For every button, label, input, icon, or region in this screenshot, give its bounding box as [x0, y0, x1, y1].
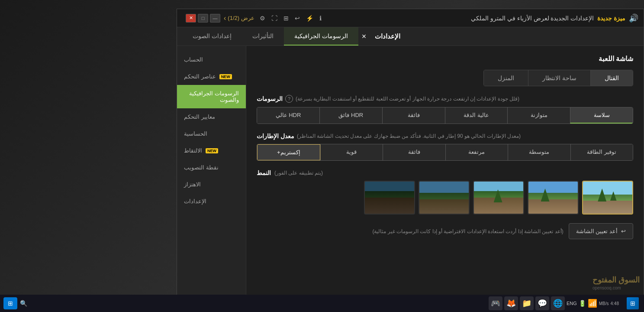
sub-tab-lobby[interactable]: ساحة الانتظار	[528, 70, 590, 86]
framerate-option-high[interactable]: مرتفعة	[445, 144, 508, 160]
view-badge: عرض (1/2) ›	[224, 14, 254, 22]
framerate-option-strong[interactable]: قوية	[320, 144, 383, 160]
windows-start-button[interactable]: ⊞	[3, 297, 17, 309]
reset-row: ↩ أعد تعيين الشاشة (أعد تعيين الشاشة إذا…	[257, 223, 633, 239]
app-icon-3: 📁	[522, 299, 531, 308]
sidebar-item-graphics-audio[interactable]: الرسومات الجرافيكية والصوت	[177, 85, 246, 108]
reset-description: (أعد تعيين الشاشة إذا أردت استعادة الإعد…	[372, 228, 563, 234]
screen-section-title: شاشة اللعبة	[257, 55, 633, 63]
sidebar-item-sensitivity[interactable]: الحساسية	[177, 125, 246, 142]
sidebar-item-account[interactable]: الحساب	[177, 51, 246, 68]
settings-panel: شاشة اللعبة القتال ساحة الانتظار المنزل …	[246, 46, 644, 299]
title-bar-icons: ℹ ⚡ ↩ ⊞ ⛶ ⚙	[258, 14, 323, 23]
taskbar: ⊞ 4:48 MB/s 📶 🔋 ENG 🌐 💬 📁 �	[0, 295, 644, 312]
sub-tab-home[interactable]: المنزل	[484, 70, 528, 86]
preset-scene-3	[474, 182, 523, 214]
graphics-option-hdr-ultra[interactable]: HDR فائق	[319, 107, 382, 124]
taskbar-app-3[interactable]: 📁	[520, 296, 534, 310]
title-bar-right: ℹ ⚡ ↩ ⊞ ⛶ ⚙ عرض (1/2) › — □ ✕	[182, 14, 323, 23]
battery-info: MB/s	[599, 301, 609, 306]
system-tray-left: 4:48 MB/s 📶 🔋 ENG	[567, 299, 619, 308]
title-highlight: ميزة جديدة	[597, 15, 625, 22]
framerate-option-medium[interactable]: متوسطة	[508, 144, 570, 160]
maximize-button[interactable]: □	[198, 14, 208, 23]
framerate-label-row: (معدل الإطارات الحالي هو 90 إطار في الثا…	[257, 133, 633, 140]
sidebar-item-settings[interactable]: الإعدادات	[177, 193, 246, 210]
preset-thumb-4[interactable]	[419, 181, 470, 214]
info-icon[interactable]: ℹ	[318, 14, 323, 23]
app-icon-2: 💬	[538, 299, 547, 308]
preset-scene-4	[419, 182, 469, 214]
preset-thumb-5[interactable]	[364, 181, 415, 214]
taskbar-app-2[interactable]: 💬	[535, 296, 549, 310]
style-section: (يتم تطبيقه على الفور) النمط	[257, 169, 633, 214]
framerate-btn-group: توفير الطاقة متوسطة مرتفعة فائقة قوية إك…	[257, 144, 633, 161]
grid-icon[interactable]: ⊞	[282, 14, 290, 23]
taskbar-right: 🔍 ⊞	[3, 297, 27, 309]
chevron-right-icon: ›	[224, 14, 226, 22]
graphics-label-row: (قلل جودة الإعدادات إن ارتفعت درجة حرارة…	[257, 95, 633, 103]
preset-thumb-3[interactable]	[473, 181, 524, 214]
graphics-option-hdr-high[interactable]: HDR عالي	[257, 107, 319, 124]
preset-thumb-2[interactable]	[528, 181, 579, 214]
framerate-sublabel: (معدل الإطارات الحالي هو 90 إطار في الثا…	[297, 133, 521, 139]
preset-scene-2	[528, 182, 578, 214]
taskbar-start-area: ⊞	[625, 296, 641, 311]
window-controls: — □ ✕	[186, 14, 220, 23]
right-sidebar: الحساب عناصر التحكم الرسومات الجرافيكية …	[177, 46, 246, 299]
graphics-option-hd[interactable]: عالية الدقة	[445, 107, 508, 124]
preset-scene-5	[365, 182, 414, 214]
content-area: شاشة اللعبة القتال ساحة الانتظار المنزل …	[177, 46, 644, 299]
graphics-section: (قلل جودة الإعدادات إن ارتفعت درجة حرارة…	[257, 95, 633, 124]
taskbar-app-5[interactable]: 🎮	[489, 296, 502, 310]
tab-effects[interactable]: التأثيرات	[242, 27, 284, 46]
watermark-opensooq: opensooq.com	[592, 286, 621, 290]
sub-tab-combat[interactable]: القتال	[590, 70, 633, 86]
taskbar-app-1[interactable]: 🌐	[551, 296, 565, 310]
preset-thumb-1[interactable]	[582, 181, 633, 214]
expand-icon[interactable]: ⛶	[270, 14, 279, 23]
undo-icon[interactable]: ↩	[293, 14, 302, 23]
close-button[interactable]: ✕	[186, 14, 196, 23]
sidebar-item-aim[interactable]: نقطة التصويب	[177, 159, 246, 176]
search-icon-taskbar[interactable]: 🔍	[20, 300, 27, 307]
tab-graphics[interactable]: الرسومات الجرافيكية	[284, 27, 358, 46]
tab-bar: الإعدادات × الرسومات الجرافيكية التأثيرا…	[177, 27, 644, 46]
title-bar: 🔊 ميزة جديدة الإعدادات الجديدة لعرض الأز…	[177, 9, 644, 27]
graphics-option-smooth[interactable]: سلاسة	[570, 107, 633, 124]
minimize-button[interactable]: —	[210, 14, 220, 23]
graphics-option-ultra[interactable]: فائقة	[382, 107, 445, 124]
preset-images	[257, 181, 633, 214]
reset-label: أعد تعيين الشاشة	[576, 228, 618, 234]
desktop: 🔊 ميزة جديدة الإعدادات الجديدة لعرض الأز…	[0, 0, 644, 312]
bolt-icon[interactable]: ⚡	[304, 14, 315, 23]
sidebar-item-vibration[interactable]: الاهتزاز	[177, 176, 246, 193]
battery-icon: 🔋	[579, 300, 586, 307]
sidebar-item-criteria[interactable]: معايير التحكم	[177, 108, 246, 125]
framerate-main-label: معدل الإطارات	[257, 133, 294, 140]
graphics-help-icon[interactable]: ?	[285, 95, 293, 103]
windows-logo-icon: ⊞	[8, 300, 13, 307]
settings-title-label: الإعدادات	[375, 32, 400, 40]
preset-scene-1	[583, 182, 632, 214]
settings-gear-icon[interactable]: ⚙	[258, 14, 267, 23]
graphics-option-balanced[interactable]: متوازنة	[507, 107, 570, 124]
app-icon-1: 🌐	[553, 299, 563, 308]
framerate-option-save[interactable]: توفير الطاقة	[570, 144, 633, 160]
app-icon-4: 🦊	[506, 299, 516, 308]
framerate-option-extreme[interactable]: إكستريم+	[257, 144, 320, 160]
framerate-option-ultra[interactable]: فائقة	[383, 144, 445, 160]
network-info: 4:48	[611, 301, 619, 306]
sidebar-item-capture[interactable]: الالتقاط	[177, 142, 246, 159]
reset-button[interactable]: ↩ أعد تعيين الشاشة	[569, 223, 633, 239]
title-bar-left: 🔊 ميزة جديدة الإعدادات الجديدة لعرض الأز…	[471, 13, 638, 23]
start-button[interactable]: ⊞	[627, 297, 639, 309]
sidebar-item-controls[interactable]: عناصر التحكم	[177, 68, 246, 85]
lang-indicator: ENG	[567, 301, 577, 306]
style-sublabel: (يتم تطبيقه على الفور)	[274, 170, 323, 176]
settings-close-area: الإعدادات ×	[358, 30, 401, 43]
title-text: ميزة جديدة الإعدادات الجديدة لعرض الأزيا…	[471, 15, 625, 22]
settings-close-button[interactable]: ×	[358, 30, 370, 43]
tab-audio[interactable]: إعدادات الصوت	[182, 27, 242, 46]
taskbar-app-4[interactable]: 🦊	[504, 296, 518, 310]
